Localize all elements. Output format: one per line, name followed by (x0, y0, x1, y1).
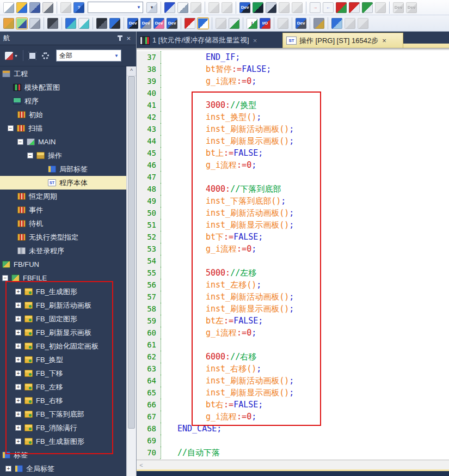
code-line[interactable]: 47 (137, 171, 449, 183)
code-line[interactable]: 63inst_右移(); (137, 363, 449, 375)
code-line[interactable]: 60g_i流程:=0; (137, 327, 449, 339)
code-line[interactable]: 39g_i流程:=0; (137, 75, 449, 87)
watch-start-icon[interactable] (184, 18, 195, 29)
tree-item[interactable]: +FB_左移 (0, 380, 127, 394)
find-icon[interactable] (96, 18, 107, 29)
expand-icon[interactable]: + (15, 384, 21, 390)
tree-item[interactable]: +FB_固定图形 (0, 312, 127, 326)
scrollbar-thumb[interactable] (128, 76, 135, 429)
code-line[interactable]: 44inst_刷新显示画板(); (137, 135, 449, 147)
device-wheel-icon[interactable]: Dev (296, 18, 306, 29)
device-tree-icon[interactable]: Dev (153, 18, 164, 29)
expand-icon[interactable]: + (15, 343, 21, 349)
watch-window-icon[interactable] (198, 18, 208, 29)
tree-item[interactable]: +FB_换型 (0, 353, 127, 367)
code-line[interactable]: 37END_IF; (137, 51, 449, 63)
tree-item[interactable]: 初始 (0, 108, 127, 121)
tree-item[interactable]: −操作 (0, 149, 127, 162)
device-list-icon[interactable] (229, 18, 239, 29)
copy-icon[interactable] (177, 2, 188, 13)
collapse-all-button[interactable] (27, 50, 38, 62)
tree-item[interactable]: 待机 (0, 217, 127, 230)
tab-device-batch-monitor[interactable]: 1 [软元件/缓冲存储器批量监视] × (137, 33, 282, 48)
tree-item[interactable]: +FB_刷新显示画板 (0, 326, 127, 339)
step-forward-icon[interactable]: → (310, 2, 321, 13)
ladder-window-icon[interactable] (65, 18, 76, 29)
breakpoint-icon[interactable] (349, 2, 360, 13)
expand-icon[interactable]: + (15, 357, 21, 363)
toolbar-overflow-icon[interactable]: ▾ (146, 2, 157, 13)
code-line[interactable]: 51inst_刷新显示画板(); (137, 219, 449, 231)
code-line[interactable]: 57inst_刷新活动画板(); (137, 291, 449, 303)
st-window-icon[interactable] (78, 18, 89, 29)
expand-icon[interactable]: + (15, 411, 21, 417)
tree-item[interactable]: 局部标签 (0, 162, 127, 176)
device-memory-icon[interactable]: Dev (140, 18, 151, 29)
tree-item[interactable]: +FB_下落到底部 (0, 407, 127, 421)
device-struct-icon[interactable]: Dev (167, 18, 177, 29)
label-edit-icon[interactable]: I (247, 18, 257, 29)
code-line[interactable]: 58inst_刷新显示画板(); (137, 303, 449, 315)
tree-item[interactable]: 恒定周期 (0, 190, 127, 203)
code-line[interactable]: 54 (137, 255, 449, 267)
code-line[interactable]: 45bt上:=FALSE; (137, 147, 449, 159)
save-project-icon[interactable] (29, 2, 40, 13)
close-icon[interactable]: × (126, 34, 131, 42)
run-to-cursor-icon[interactable] (362, 2, 373, 13)
tree-item[interactable]: 事件 (0, 203, 127, 217)
scroll-up-icon[interactable]: ^ (127, 66, 136, 76)
code-line[interactable]: 413000://换型 (137, 99, 449, 111)
expand-icon[interactable]: + (15, 302, 21, 308)
code-line[interactable]: 626000://右移 (137, 351, 449, 363)
help-icon[interactable]: ? (73, 2, 84, 13)
tree-item[interactable]: +FB_初始化固定画板 (0, 339, 127, 353)
code-line[interactable]: 53g_i流程:=0; (137, 243, 449, 255)
io-check-icon[interactable]: I/O (260, 18, 270, 29)
code-line[interactable]: 50inst_刷新活动画板(); (137, 207, 449, 219)
code-line[interactable]: 64inst_刷新活动画板(); (137, 375, 449, 387)
scroll-left-icon[interactable]: < (137, 462, 146, 468)
program-check-icon[interactable] (331, 18, 342, 29)
tree-filter-combobox[interactable]: 全部 ▼ (56, 50, 121, 62)
code-line[interactable]: 43inst_刷新活动画板(); (137, 123, 449, 135)
open-project-icon[interactable] (16, 2, 27, 13)
pin-icon[interactable] (119, 36, 121, 41)
code-line[interactable]: 555000://左移 (137, 267, 449, 279)
code-line[interactable]: 66bt右:=FALSE; (137, 399, 449, 411)
expand-icon[interactable]: + (15, 289, 21, 295)
tab-close-icon[interactable]: × (382, 36, 386, 45)
collapse-icon[interactable]: − (2, 275, 8, 281)
tree-item[interactable]: 模块配置图 (0, 81, 127, 94)
new-project-icon[interactable] (3, 2, 14, 13)
tree-item[interactable]: +全局标签 (0, 462, 127, 475)
tree-scrollbar[interactable]: ^ (126, 66, 136, 476)
tree-item[interactable]: +FB_下移 (0, 367, 127, 380)
collapse-icon[interactable]: − (27, 152, 33, 158)
step-back-icon[interactable]: ← (323, 2, 334, 13)
code-line[interactable]: 52bt下:=FALSE; (137, 231, 449, 243)
program-monitor-icon[interactable] (253, 2, 263, 13)
settings-button[interactable] (40, 50, 51, 62)
expand-icon[interactable]: + (15, 329, 21, 335)
code-line[interactable]: 59bt左:=FALSE; (137, 315, 449, 327)
tree-item[interactable]: 工程 (0, 67, 127, 81)
tree-item[interactable]: +FB_生成新图形 (0, 435, 127, 448)
expand-icon[interactable]: + (15, 438, 21, 444)
expand-icon[interactable]: + (5, 466, 11, 472)
expand-icon[interactable]: + (15, 425, 21, 431)
code-line[interactable]: 68END_CASE; (137, 423, 449, 435)
collapse-icon[interactable]: − (8, 125, 14, 131)
tab-close-icon[interactable]: × (253, 36, 257, 45)
expand-icon[interactable]: + (15, 370, 21, 376)
sampling-trace-icon[interactable] (313, 18, 324, 29)
hmi-monitor-icon[interactable] (266, 2, 276, 13)
tree-item[interactable]: +FB_刷新活动画板 (0, 298, 127, 312)
expand-icon[interactable]: + (15, 316, 21, 322)
toolbar-combobox[interactable]: ▼ (88, 2, 143, 13)
code-line[interactable]: 40 (137, 87, 449, 99)
code-line[interactable]: 56inst_左移(); (137, 279, 449, 291)
print-icon[interactable] (42, 2, 53, 13)
cut-icon[interactable] (164, 2, 175, 13)
expand-icon[interactable]: + (15, 398, 21, 404)
code-line[interactable]: 69 (137, 435, 449, 447)
